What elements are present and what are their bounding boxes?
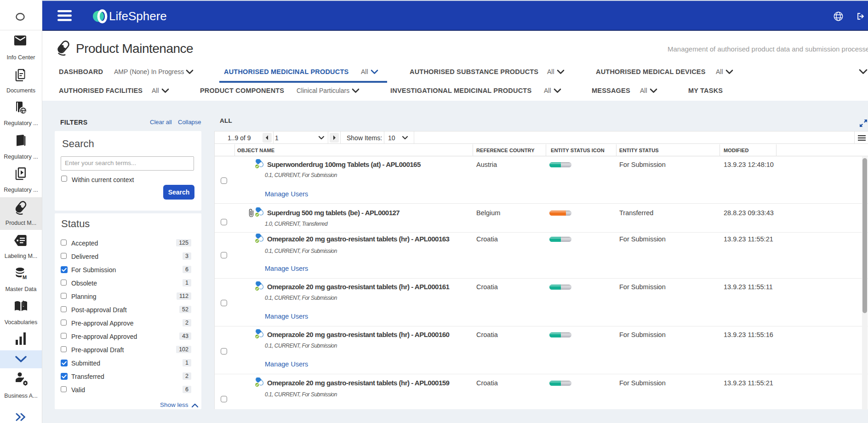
svg-text:M: M [23,274,27,280]
